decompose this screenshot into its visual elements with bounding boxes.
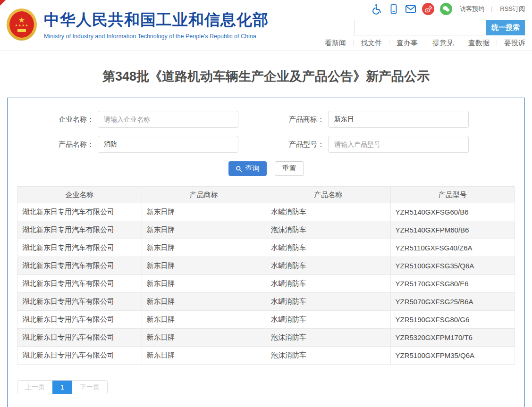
pagination-prev[interactable]: 上一页 (17, 381, 52, 394)
rss-link[interactable]: RSS订阅 (500, 5, 525, 13)
pagination-page-1[interactable]: 1 (52, 381, 72, 394)
model-cell: YZR5170GXFSG80/E6 (390, 275, 515, 293)
company-name-label: 企业名称： (49, 115, 94, 124)
main-content: 第348批《道路机动车辆生产企业及产品公告》新产品公示 企业名称： 产品商标： … (0, 68, 532, 407)
nav-complaints[interactable]: 要投诉 (497, 40, 526, 46)
brand-cell: 新东日牌 (142, 347, 266, 365)
national-emblem-logo: ★ ★★★★ (7, 8, 37, 41)
mail-icon[interactable] (405, 3, 416, 15)
corner-ribbon (0, 0, 6, 6)
content-panel: 企业名称： 产品商标： 产品名称： 产品型号： (7, 98, 525, 407)
header-icon-links: 访客预约 | RSS订阅 (365, 3, 525, 15)
nav-services[interactable]: 查办事 (389, 40, 425, 46)
site-subtitle: Ministry of Industry and Information Tec… (44, 33, 269, 40)
product-model-input[interactable] (328, 136, 469, 153)
model-cell: YZR5070GXFSG25/B6A (390, 293, 515, 311)
brand-cell: 新东日牌 (142, 293, 266, 311)
nav-documents[interactable]: 找文件 (354, 40, 389, 46)
col-header-product: 产品名称 (266, 187, 391, 203)
brand-cell: 新东日牌 (142, 311, 266, 329)
nav-news[interactable]: 看新闻 (318, 40, 354, 46)
company-cell: 湖北新东日专用汽车有限公司 (17, 275, 142, 293)
model-cell: YZR5100GXFPM35/Q6A (390, 347, 515, 365)
unified-search: 统一搜索 (354, 20, 525, 35)
brand-cell: 新东日牌 (142, 239, 266, 257)
col-header-brand: 产品商标 (142, 187, 266, 203)
results-table: 企业名称 产品商标 产品名称 产品型号 湖北新东日专用汽车有限公司 新东日牌 水… (17, 186, 515, 365)
company-name-input[interactable] (98, 111, 238, 128)
table-row: 湖北新东日专用汽车有限公司 新东日牌 泡沫消防车 YZR5100GXFPM35/… (17, 347, 515, 365)
company-cell: 湖北新东日专用汽车有限公司 (17, 221, 142, 239)
product-cell: 水罐消防车 (266, 311, 391, 329)
logo-area: ★ ★★★★ 中华人民共和国工业和信息化部 Ministry of Indust… (7, 8, 269, 41)
pagination-next[interactable]: 下一页 (72, 381, 107, 394)
search-form: 企业名称： 产品商标： 产品名称： 产品型号： (17, 111, 515, 176)
col-header-model: 产品型号 (390, 187, 515, 203)
brand-cell: 新东日牌 (142, 275, 266, 293)
company-cell: 湖北新东日专用汽车有限公司 (17, 257, 142, 275)
table-row: 湖北新东日专用汽车有限公司 新东日牌 水罐消防车 YZR5110GXFSG40/… (17, 239, 515, 257)
site-header: ★ ★★★★ 中华人民共和国工业和信息化部 Ministry of Indust… (0, 0, 532, 50)
brand-cell: 新东日牌 (142, 257, 266, 275)
pagination: 上一页 1 下一页 (17, 380, 108, 394)
product-cell: 水罐消防车 (266, 257, 391, 275)
table-row: 湖北新东日专用汽车有限公司 新东日牌 水罐消防车 YZR5070GXFSG25/… (17, 293, 515, 311)
brand-cell: 新东日牌 (142, 221, 266, 239)
brand-cell: 新东日牌 (142, 203, 266, 221)
product-cell: 泡沫消防车 (266, 329, 391, 347)
table-row: 湖北新东日专用汽车有限公司 新东日牌 泡沫消防车 YZR5320GXFPM170… (17, 329, 515, 347)
table-row: 湖北新东日专用汽车有限公司 新东日牌 水罐消防车 YZR5100GXFSG35/… (17, 257, 515, 275)
product-name-label: 产品名称： (49, 140, 94, 149)
product-brand-label: 产品商标： (279, 115, 324, 124)
table-header-row: 企业名称 产品商标 产品名称 产品型号 (17, 187, 515, 203)
model-cell: YZR5320GXFPM170/T6 (390, 329, 515, 347)
model-cell: YZR5140GXFSG60/B6 (390, 203, 515, 221)
weibo-icon[interactable] (422, 3, 434, 15)
product-cell: 水罐消防车 (266, 275, 391, 293)
company-cell: 湖北新东日专用汽车有限公司 (17, 311, 142, 329)
company-cell: 湖北新东日专用汽车有限公司 (17, 239, 142, 257)
search-icon (236, 166, 242, 172)
col-header-company: 企业名称 (17, 187, 142, 203)
product-cell: 泡沫消防车 (266, 221, 391, 239)
wechat-icon[interactable] (440, 3, 452, 15)
visitor-appointment-link[interactable]: 访客预约 (460, 5, 484, 13)
brand-cell: 新东日牌 (142, 329, 266, 347)
model-cell: YZR5140GXFPM60/B6 (390, 221, 515, 239)
table-row: 湖北新东日专用汽车有限公司 新东日牌 泡沫消防车 YZR5140GXFPM60/… (17, 221, 515, 239)
company-cell: 湖北新东日专用汽车有限公司 (17, 329, 142, 347)
site-title: 中华人民共和国工业和信息化部 (44, 9, 269, 31)
product-cell: 水罐消防车 (266, 203, 391, 221)
table-row: 湖北新东日专用汽车有限公司 新东日牌 水罐消防车 YZR5140GXFSG60/… (17, 203, 515, 221)
nav-suggestions[interactable]: 提意见 (425, 40, 461, 46)
model-cell: YZR5190GXFSG80/G6 (390, 311, 515, 329)
table-row: 湖北新东日专用汽车有限公司 新东日牌 水罐消防车 YZR5190GXFSG80/… (17, 311, 515, 329)
company-cell: 湖北新东日专用汽车有限公司 (17, 203, 142, 221)
product-name-input[interactable] (98, 136, 238, 153)
product-brand-input[interactable] (328, 111, 469, 128)
page-title: 第348批《道路机动车辆生产企业及产品公告》新产品公示 (0, 68, 532, 85)
quick-link-separator: | (491, 6, 492, 12)
model-cell: YZR5110GXFSG40/Z6A (390, 239, 515, 257)
company-cell: 湖北新东日专用汽车有限公司 (17, 293, 142, 311)
unified-search-input[interactable] (354, 20, 486, 35)
nav-data[interactable]: 查数据 (461, 40, 497, 46)
product-cell: 泡沫消防车 (266, 347, 391, 365)
query-button[interactable]: 查询 (228, 161, 267, 176)
accessibility-icon[interactable] (371, 3, 382, 15)
model-cell: YZR5100GXFSG35/Q6A (390, 257, 515, 275)
product-cell: 水罐消防车 (266, 293, 391, 311)
product-cell: 水罐消防车 (266, 239, 391, 257)
reset-button[interactable]: 重置 (275, 161, 304, 176)
product-model-label: 产品型号： (279, 140, 324, 149)
company-cell: 湖北新东日专用汽车有限公司 (17, 347, 142, 365)
query-button-label: 查询 (245, 164, 260, 173)
top-nav: 看新闻 找文件 查办事 提意见 查数据 要投诉 (318, 40, 526, 46)
table-row: 湖北新东日专用汽车有限公司 新东日牌 水罐消防车 YZR5170GXFSG80/… (17, 275, 515, 293)
mobile-icon[interactable] (388, 3, 399, 15)
unified-search-button[interactable]: 统一搜索 (486, 20, 525, 35)
